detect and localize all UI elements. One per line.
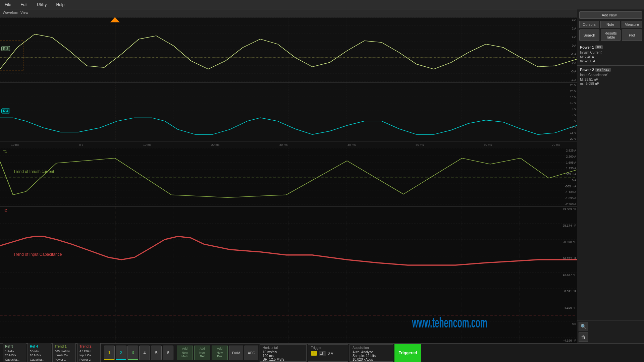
zoom-controls: 🔍 🗑 <box>577 320 644 343</box>
power1-header: Power 1 R5 <box>580 45 641 49</box>
trigger-level: 0 V <box>328 351 333 355</box>
horizontal-section: Horizontal 10 ms/div 100 ms SR: 12.5 MS/… <box>260 344 307 362</box>
waveform-area: Waveform View <box>0 9 577 343</box>
acquisition-sample: Sample: 12 bits <box>353 354 390 358</box>
ch-tile-trend1[interactable]: Trend 1 565 mA/div Inrush Cu... Power 1 <box>52 343 76 362</box>
horizontal-time-div: 10 ms/div <box>263 350 304 354</box>
add-new-button[interactable]: Add New... <box>579 11 642 19</box>
trend2-line2: Input Ca... <box>79 353 98 358</box>
power2-badge: R4 / R11 <box>595 68 611 72</box>
bottom-bar: Ref 3 1 A/div 20 MS/s Capacita... Ref 4 … <box>0 343 644 362</box>
trend2-line1: 4.1956 n... <box>79 349 98 354</box>
add-new-ref-button[interactable]: AddNewRef <box>194 346 210 360</box>
power1-title: Power 1 <box>580 45 594 49</box>
ch-1-button[interactable]: 1 <box>104 346 115 360</box>
ch-6-button[interactable]: 6 <box>163 346 173 360</box>
trend2-line3: Power 2 <box>79 358 98 362</box>
measure-button[interactable]: Measure <box>622 21 642 28</box>
add-new-bus-button[interactable]: AddNewBus <box>212 346 228 360</box>
ch-tile-ref3[interactable]: Ref 3 1 A/div 20 MS/s Capacita... <box>3 343 26 362</box>
plot-button[interactable]: Plot <box>622 29 642 41</box>
menu-help[interactable]: Help <box>54 2 66 8</box>
ch-3-button[interactable]: 3 <box>127 346 138 360</box>
ref3-line2: 20 MS/s <box>5 353 24 358</box>
menu-utility[interactable]: Utility <box>35 2 49 8</box>
trend1-line1: 565 mA/div <box>55 349 73 354</box>
horizontal-delay: 100 ms <box>263 354 304 358</box>
trend1-label: Trend of Inrush current <box>13 169 54 174</box>
right-spacer <box>577 88 644 320</box>
ref4-line2: 20 MS/s <box>30 353 49 358</box>
acquisition-title: Acquisition <box>353 346 390 350</box>
afg-button[interactable]: AFG <box>245 346 258 360</box>
horizontal-title: Horizontal <box>263 346 304 350</box>
svg-rect-15 <box>0 148 577 206</box>
ch-2-button[interactable]: 2 <box>116 346 126 360</box>
power1-name: Inrush Current' <box>580 51 641 54</box>
trigger-channel-indicator: 1 <box>311 351 317 356</box>
wave-panel-4: www.tehencom.com T2 Trend of Input Capac… <box>0 207 577 343</box>
ref4-line3: Capacita... <box>30 358 49 362</box>
power1-min: m: -2.06 A <box>580 59 641 63</box>
right-top-buttons: Add New... Cursors Note Measure Search R… <box>577 9 644 43</box>
wave-panel-3: T1 Trend of Inrush current 2.825 A 2.260… <box>0 148 577 207</box>
add-new-math-button[interactable]: AddNewMath <box>177 346 193 360</box>
ch-tile-trend2[interactable]: Trend 2 4.1956 n... Input Ca... Power 2 <box>77 343 101 362</box>
t2-badge: T2 <box>2 208 8 213</box>
trend1-line3: Power 1 <box>55 358 73 362</box>
channel-num-buttons: 1 2 3 4 5 6 <box>104 346 173 360</box>
trash-button[interactable]: 🗑 <box>579 333 588 342</box>
power1-max: M: 2.46 A <box>580 55 641 59</box>
r3-badge: R 3 <box>1 46 10 51</box>
r4-badge: R 4 <box>1 108 10 113</box>
note-button[interactable]: Note <box>600 21 620 28</box>
trigger-section: Trigger 1 0 V <box>308 344 348 362</box>
svg-rect-2 <box>0 17 577 82</box>
trend1-line2: Inrush Cu... <box>55 353 73 358</box>
acquisition-section: Acquisition Auto, Analyze Sample: 12 bit… <box>350 344 393 362</box>
trigger-edge-icon <box>319 351 326 356</box>
power2-title: Power 2 <box>580 68 594 72</box>
menubar: File Edit Utility Help <box>0 0 644 9</box>
power1-badge: R5 <box>595 45 603 49</box>
power2-max: M: 28.51 nF <box>580 78 641 81</box>
t1-badge: T1 <box>2 149 8 154</box>
search-button[interactable]: Search <box>579 29 599 41</box>
trend1-tile-label: Trend 1 <box>55 344 73 349</box>
trend2-label: Trend of Input Capacitance <box>13 252 62 257</box>
ref3-line3: Capacita... <box>5 358 24 362</box>
svg-rect-21 <box>0 207 577 343</box>
waveform-title: Waveform View <box>0 9 577 17</box>
power2-min: m: -5.058 nF <box>580 82 641 85</box>
menu-file[interactable]: File <box>3 2 13 8</box>
acquisition-acqs: 10.020 kAcqs <box>353 358 390 361</box>
waveform-panels: R 3 3 A 2 A 1 A 0 A -1 A -2 A -3 A -4 A <box>0 17 577 343</box>
power2-name: Input Capacitance' <box>580 73 641 77</box>
results-table-button[interactable]: Results Table <box>601 29 621 41</box>
cursors-button[interactable]: Cursors <box>579 21 599 28</box>
main-layout: Waveform View <box>0 9 644 343</box>
horizontal-sr: SR: 12.5 MS/s <box>263 358 304 361</box>
trend2-tile-label: Trend 2 <box>79 344 98 349</box>
wave-panel-1: R 3 3 A 2 A 1 A 0 A -1 A -2 A -3 A -4 A <box>0 17 577 83</box>
zoom-button[interactable]: 🔍 <box>579 322 588 331</box>
ref4-label: Ref 4 <box>30 344 49 349</box>
ref3-label: Ref 3 <box>5 344 24 349</box>
ch-4-button[interactable]: 4 <box>139 346 150 360</box>
ch-tile-ref4[interactable]: Ref 4 5 V/div 20 MS/s Capacita... <box>28 343 51 362</box>
right-panel: Add New... Cursors Note Measure Search R… <box>577 9 644 343</box>
time-labels: -10 ms 0 s 10 ms 20 ms 30 ms 40 ms 50 ms… <box>10 143 560 146</box>
ch-5-button[interactable]: 5 <box>151 346 162 360</box>
acquisition-mode: Auto, Analyze <box>353 350 390 354</box>
triggered-button[interactable]: Triggered <box>394 344 421 362</box>
svg-text:www.tehencom.com: www.tehencom.com <box>412 314 487 330</box>
dvm-button[interactable]: DVM <box>229 346 243 360</box>
ref3-line1: 1 A/div <box>5 349 24 354</box>
time-axis: -10 ms 0 s 10 ms 20 ms 30 ms 40 ms 50 ms… <box>0 141 577 148</box>
wave-panel-2: R 4 25 V 20 V 15 V 10 V 5 V 0 V -5 V -10… <box>0 83 577 141</box>
power2-section: Power 2 R4 / R11 Input Capacitance' M: 2… <box>577 66 644 88</box>
power2-header: Power 2 R4 / R11 <box>580 68 641 72</box>
trigger-title: Trigger <box>311 346 345 350</box>
menu-edit[interactable]: Edit <box>18 2 30 8</box>
trigger-info: 1 0 V <box>311 351 345 356</box>
